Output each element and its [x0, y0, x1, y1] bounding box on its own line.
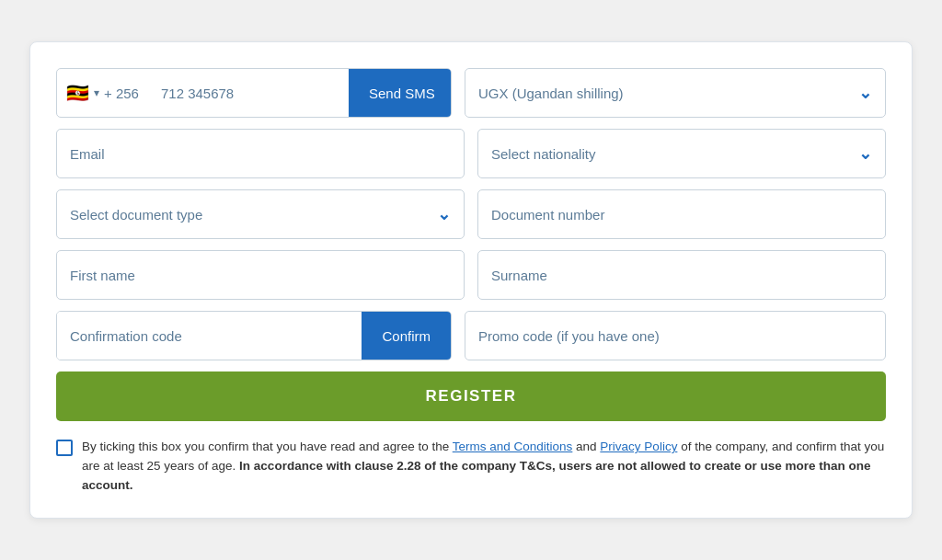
email-field-container [56, 129, 465, 178]
promo-code-input[interactable] [478, 328, 872, 344]
email-input[interactable] [70, 146, 451, 162]
row-confirmation-promo: Confirm [56, 311, 886, 360]
document-type-chevron-icon: ⌄ [437, 204, 451, 224]
terms-section: By ticking this box you confirm that you… [56, 438, 886, 496]
privacy-link[interactable]: Privacy Policy [600, 440, 677, 453]
currency-label: UGX (Ugandan shilling) [478, 86, 624, 101]
nationality-selector[interactable]: Select nationality ⌄ [477, 129, 886, 178]
terms-text: By ticking this box you confirm that you… [82, 438, 886, 496]
terms-link[interactable]: Terms and Conditions [453, 440, 573, 453]
confirm-button[interactable]: Confirm [362, 312, 451, 360]
row-email-nationality: Select nationality ⌄ [56, 129, 886, 178]
row-phone-currency: 🇺🇬 ▾ + 256 Send SMS UGX (Ugandan shillin… [56, 68, 886, 118]
terms-checkbox[interactable] [56, 440, 73, 456]
terms-text-and: and [572, 440, 600, 453]
first-name-field-container [56, 250, 465, 300]
country-code-label: + 256 [104, 86, 139, 101]
country-selector[interactable]: 🇺🇬 ▾ + 256 [57, 82, 148, 104]
terms-text-before: By ticking this box you confirm that you… [82, 440, 453, 453]
row-name [56, 250, 886, 300]
document-type-label: Select document type [70, 207, 202, 223]
flag-icon: 🇺🇬 [66, 82, 89, 104]
row-document: Select document type ⌄ [56, 189, 886, 239]
nationality-label: Select nationality [491, 146, 595, 162]
first-name-input[interactable] [70, 268, 451, 283]
phone-input-group: 🇺🇬 ▾ + 256 [57, 69, 349, 117]
country-chevron-icon: ▾ [94, 86, 99, 99]
confirmation-code-input[interactable] [57, 312, 362, 360]
phone-field-container: 🇺🇬 ▾ + 256 Send SMS [56, 68, 452, 118]
document-type-selector[interactable]: Select document type ⌄ [56, 189, 465, 239]
document-number-input[interactable] [491, 207, 872, 223]
currency-chevron-icon: ⌄ [858, 83, 872, 103]
promo-code-field-container [465, 311, 886, 360]
phone-number-input[interactable] [148, 86, 349, 101]
document-number-field-container [477, 189, 886, 239]
currency-selector[interactable]: UGX (Ugandan shilling) ⌄ [465, 68, 886, 118]
surname-input[interactable] [491, 268, 872, 283]
send-sms-button[interactable]: Send SMS [349, 69, 452, 117]
nationality-chevron-icon: ⌄ [858, 143, 872, 164]
registration-form: 🇺🇬 ▾ + 256 Send SMS UGX (Ugandan shillin… [29, 41, 913, 519]
confirmation-code-container: Confirm [56, 311, 452, 360]
surname-field-container [477, 250, 886, 300]
register-button[interactable]: REGISTER [56, 371, 886, 421]
